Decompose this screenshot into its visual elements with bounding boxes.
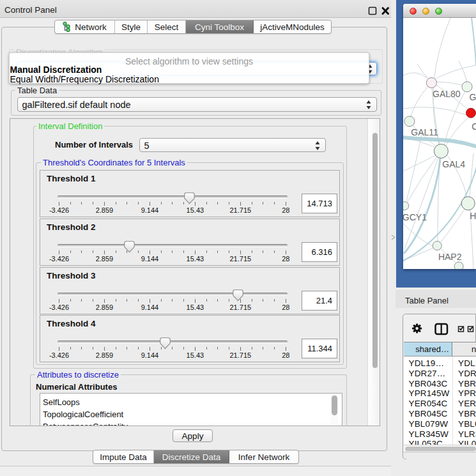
- svg-text:GAL80: GAL80: [433, 89, 461, 99]
- svg-text:HI: HI: [470, 211, 476, 221]
- svg-text:GAL4: GAL4: [442, 159, 465, 169]
- svg-text:HAP2: HAP2: [438, 252, 462, 262]
- svg-text:CD: CD: [472, 121, 476, 132]
- svg-text:GCY1: GCY1: [403, 212, 427, 222]
- svg-text:GAL11: GAL11: [411, 127, 438, 137]
- svg-text:GA: GA: [470, 92, 476, 102]
